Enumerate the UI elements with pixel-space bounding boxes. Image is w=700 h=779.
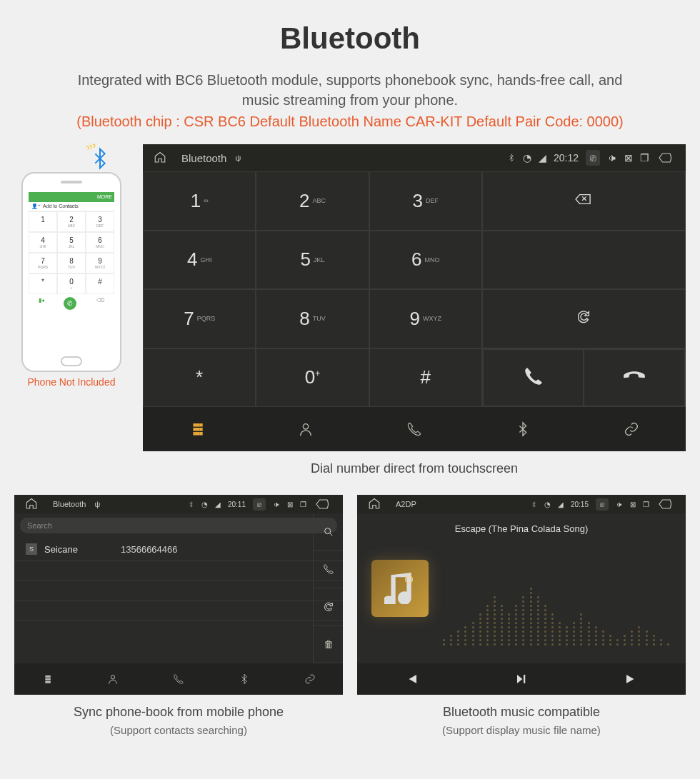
usb-icon: ψ <box>94 500 100 508</box>
next-track-button[interactable] <box>576 663 686 695</box>
dial-key-5[interactable]: 5JKL <box>256 231 369 290</box>
usb-icon: ψ <box>235 154 241 162</box>
phone-key: 5JKL <box>57 232 86 253</box>
recent-apps-icon[interactable]: ❐ <box>643 501 649 508</box>
dialer-caption: Dial number direct from touchscreen <box>143 451 686 481</box>
phonebook-caption2: (Support contacts searching) <box>14 724 343 736</box>
nav-recents-button[interactable] <box>146 663 211 695</box>
dial-key-9[interactable]: 9WXYZ <box>369 289 482 348</box>
search-input[interactable]: Search <box>20 518 337 533</box>
contact-name: Seicane <box>44 544 78 555</box>
hangup-button[interactable] <box>584 349 685 407</box>
side-sync-button[interactable] <box>314 588 343 626</box>
back-icon[interactable] <box>656 151 675 164</box>
a2dp-caption: Bluetooth music compatible <box>357 695 686 724</box>
close-icon[interactable]: ⊠ <box>630 501 636 508</box>
equalizer-visual <box>443 560 671 645</box>
dial-key-4[interactable]: 4GHI <box>143 231 256 290</box>
phone-key: 3DEF <box>86 211 114 232</box>
nav-contacts-button[interactable] <box>251 407 360 451</box>
nav-bluetooth-button[interactable] <box>211 663 277 695</box>
status-title: Bluetooth <box>181 152 226 164</box>
phone-key: * <box>29 273 57 294</box>
page-spec: (Bluetooth chip : CSR BC6 Default Blueto… <box>0 114 700 144</box>
contact-number: 13566664466 <box>121 544 178 555</box>
dial-key-6[interactable]: 6MNO <box>369 231 482 290</box>
prev-track-button[interactable] <box>357 663 466 695</box>
redial-button[interactable] <box>482 289 686 348</box>
bt-status-icon <box>188 501 194 508</box>
recent-apps-icon[interactable]: ❐ <box>640 152 649 164</box>
phone-illustration: ››› MORE 👤⁺Add to Contacts 12ABC3DEF4GHI… <box>14 144 129 388</box>
song-title: Escape (The Pina Colada Song) <box>357 523 686 534</box>
side-search-button[interactable] <box>314 513 343 551</box>
close-icon[interactable]: ⊠ <box>287 501 293 508</box>
location-icon: ◔ <box>523 152 531 164</box>
nav-pair-button[interactable] <box>577 407 686 451</box>
page-title: Bluetooth <box>0 0 700 56</box>
phone-key: 4GHI <box>29 232 57 253</box>
dialer-screen: Bluetooth ψ ◔ ◢ 20:12 ⎚ 🕩 ⊠ ❐ 1∞2ABC3DEF… <box>143 144 686 451</box>
phonebook-screen: Bluetooth ψ ◔ ◢ 20:11 ⎚ 🕩 ⊠ ❐ Search S S… <box>14 495 343 695</box>
phone-key: 7PQRS <box>29 253 57 273</box>
nav-bluetooth-button[interactable] <box>469 407 577 451</box>
side-call-button[interactable] <box>314 551 343 589</box>
location-icon: ◔ <box>544 501 551 508</box>
status-bar: Bluetooth ψ ◔ ◢ 20:11 ⎚ 🕩 ⊠ ❐ <box>14 495 343 513</box>
page-subtitle: Integrated with BC6 Bluetooth module, su… <box>0 56 700 114</box>
volume-icon[interactable]: 🕩 <box>607 152 617 164</box>
phone-key: 1 <box>29 211 57 232</box>
dial-key-*[interactable]: * <box>143 348 256 408</box>
phone-key: 8TUV <box>57 253 86 273</box>
recent-apps-icon[interactable]: ❐ <box>300 501 306 508</box>
camera-icon[interactable]: ⎚ <box>253 498 266 511</box>
status-bar: Bluetooth ψ ◔ ◢ 20:12 ⎚ 🕩 ⊠ ❐ <box>143 144 686 171</box>
home-icon[interactable] <box>368 498 381 511</box>
contact-row[interactable]: S Seicane 13566664466 <box>14 538 343 561</box>
dial-key-7[interactable]: 7PQRS <box>143 289 256 348</box>
phone-key: # <box>86 273 114 294</box>
nav-dialpad-button[interactable]: ▪▪▪▪▪▪▪▪▪ <box>14 663 80 695</box>
phone-key: 0+ <box>57 273 86 294</box>
a2dp-caption2: (Support display music file name) <box>357 724 686 736</box>
bt-status-icon <box>531 501 537 508</box>
volume-icon[interactable]: 🕩 <box>616 501 623 508</box>
call-button[interactable] <box>483 349 584 407</box>
volume-icon[interactable]: 🕩 <box>273 501 280 508</box>
close-icon[interactable]: ⊠ <box>624 152 633 164</box>
empty-cell <box>482 231 686 290</box>
camera-icon[interactable]: ⎚ <box>596 498 609 511</box>
location-icon: ◔ <box>201 501 208 508</box>
call-buttons <box>482 348 686 408</box>
nav-pair-button[interactable] <box>277 663 343 695</box>
phone-key: 2ABC <box>57 211 86 232</box>
backspace-button[interactable] <box>482 171 686 231</box>
dial-key-3[interactable]: 3DEF <box>369 171 482 231</box>
dial-key-1[interactable]: 1∞ <box>143 171 256 231</box>
dial-key-0[interactable]: 0+ <box>256 348 369 408</box>
status-title: Bluetooth <box>53 500 86 508</box>
nav-dialpad-button[interactable]: ▪▪▪▪▪▪▪▪▪ <box>143 407 251 451</box>
contact-row-empty <box>14 621 343 641</box>
contact-row-empty <box>14 561 343 581</box>
nav-recents-button[interactable] <box>360 407 469 451</box>
status-time: 20:15 <box>571 501 589 508</box>
dial-key-2[interactable]: 2ABC <box>256 171 369 231</box>
video-call-icon: ▮◂ <box>39 297 44 310</box>
backspace-icon: ⌫ <box>96 297 104 310</box>
back-icon[interactable] <box>656 498 675 511</box>
home-icon[interactable] <box>154 151 166 164</box>
contact-row-empty <box>14 581 343 601</box>
side-delete-button[interactable]: 🗑 <box>314 626 343 664</box>
camera-icon[interactable]: ⎚ <box>586 150 600 166</box>
play-pause-button[interactable] <box>466 663 576 695</box>
phonebook-caption: Sync phone-book from mobile phone <box>14 695 343 724</box>
wifi-icon: ◢ <box>215 501 221 508</box>
home-icon[interactable] <box>25 498 38 511</box>
back-icon[interactable] <box>314 498 332 511</box>
nav-contacts-button[interactable] <box>80 663 146 695</box>
contact-initial-badge: S <box>26 543 37 555</box>
dial-key-8[interactable]: 8TUV <box>256 289 369 348</box>
status-time: 20:11 <box>228 501 246 508</box>
dial-key-#[interactable]: # <box>369 348 482 408</box>
